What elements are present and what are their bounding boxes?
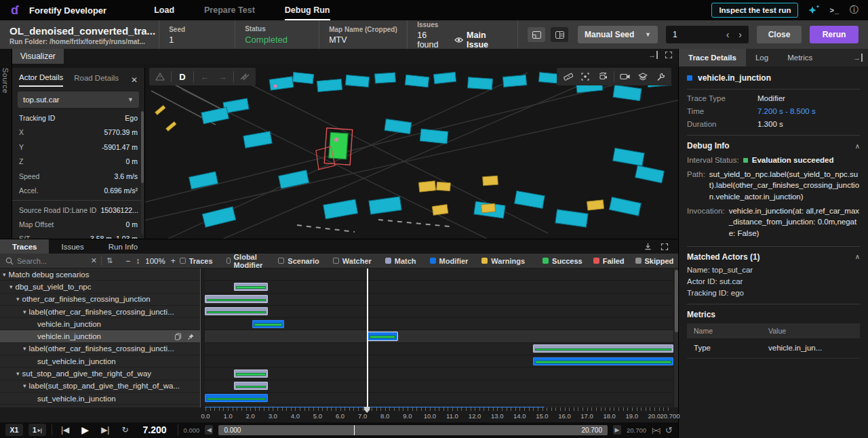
timeline-row[interactable] (205, 318, 673, 330)
actor-selector-dropdown[interactable]: top.sut.car▼ (18, 92, 139, 108)
rerun-button[interactable]: Rerun (810, 26, 859, 43)
nav-prepare-test[interactable]: Prepare Test (204, 0, 255, 20)
filter-scenario[interactable]: Scenario (278, 257, 319, 265)
filter-warnings[interactable]: Warnings (481, 257, 525, 265)
sort-icon[interactable]: ⇅ (101, 256, 117, 265)
trace-tree-row[interactable]: ▾sut_stop_and_give_the_right_of_way (0, 367, 200, 380)
filter-modifier[interactable]: Modifier (430, 257, 469, 265)
timeline-scrollbar[interactable] (673, 268, 678, 407)
tab-actor-details[interactable]: Actor Details (19, 73, 63, 87)
nav-load[interactable]: Load (154, 0, 174, 20)
caret-down-icon[interactable]: ▾ (23, 345, 26, 352)
road-overlay-icon[interactable] (237, 69, 253, 84)
seed-stepper[interactable]: 1 ‹› (666, 26, 749, 43)
settings-wrench-icon[interactable] (652, 69, 669, 84)
collapse-section-icon[interactable]: ∧ (855, 142, 860, 150)
playhead-line[interactable] (367, 268, 368, 412)
checkbox-swatch[interactable] (278, 258, 284, 264)
tab-road-details[interactable]: Road Details (74, 74, 119, 86)
caret-down-icon[interactable]: ▾ (16, 370, 20, 377)
checkbox-swatch[interactable] (226, 258, 231, 264)
tab-run-info[interactable]: Run Info (96, 239, 150, 254)
collapse-panel-icon[interactable]: → (853, 54, 863, 62)
copy-icon[interactable] (174, 333, 182, 340)
tab-traces[interactable]: Traces (0, 239, 49, 254)
timeline-row[interactable] (205, 294, 673, 306)
layout-split-right-icon[interactable] (551, 27, 568, 42)
timeline-row[interactable] (205, 343, 673, 355)
collapse-section-icon[interactable]: ∧ (855, 253, 860, 260)
trace-tree-row[interactable]: ▾label(other_car_finishes_crossing_junct… (0, 306, 200, 318)
checkbox-swatch[interactable] (481, 258, 488, 264)
trace-tree-row[interactable]: ▾label(sut_stop_and_give_the_right_of_wa… (0, 380, 200, 393)
reset-view-icon[interactable]: ↺ (665, 425, 673, 435)
timeline-row[interactable] (205, 380, 673, 393)
close-icon[interactable]: ✕ (131, 75, 138, 85)
close-button[interactable]: Close (757, 26, 802, 43)
checkbox-swatch[interactable] (333, 258, 339, 264)
zoom-in-icon[interactable]: + (171, 256, 176, 266)
caret-down-icon[interactable]: ▾ (9, 283, 13, 290)
trace-tree-row[interactable]: vehicle.in_junction (0, 330, 200, 342)
play-icon[interactable]: ▶ (78, 424, 92, 435)
skip-to-start-icon[interactable]: |◀ (58, 425, 73, 435)
info-icon[interactable]: ⓘ (850, 4, 859, 16)
tab-trace-details[interactable]: Trace Details (679, 49, 746, 66)
checkbox-swatch[interactable] (385, 258, 391, 264)
tab-issues[interactable]: Issues (49, 239, 96, 254)
trace-interval-bar[interactable] (234, 370, 268, 378)
fullscreen-icon[interactable] (665, 51, 673, 59)
caret-down-icon[interactable]: ▾ (23, 308, 26, 315)
trace-time-link[interactable]: 7.200 s - 8.500 s (757, 107, 816, 115)
stepper-prev-icon[interactable]: ‹ (726, 29, 730, 40)
trace-interval-bar[interactable] (205, 394, 268, 402)
filter-match[interactable]: Match (385, 257, 416, 265)
zoom-fit-icon[interactable]: ↕ (136, 256, 140, 266)
clear-search-icon[interactable]: ✕ (91, 256, 97, 265)
tab-visualizer[interactable]: Visualizer (12, 49, 64, 64)
timeline-row[interactable] (205, 367, 673, 380)
warnings-overlay-icon[interactable] (152, 69, 168, 84)
slider-cursor[interactable] (354, 425, 355, 435)
inspect-test-run-button[interactable]: Inspect the test run (711, 3, 798, 18)
timeline-row[interactable] (205, 330, 673, 342)
caret-down-icon[interactable]: ▾ (16, 296, 20, 302)
terminal-icon[interactable]: >_ (829, 6, 840, 14)
main-issue-toggle[interactable]: Main Issue (454, 31, 508, 49)
checkbox-swatch[interactable] (430, 258, 436, 264)
nav-debug-run[interactable]: Debug Run (285, 0, 330, 20)
timeline-row[interactable] (205, 281, 673, 293)
search-input[interactable] (17, 257, 87, 265)
source-sidebar[interactable]: Source (0, 49, 12, 239)
timeline-row[interactable] (205, 268, 673, 281)
filter-traces[interactable]: Traces (180, 257, 213, 265)
step-size-button[interactable]: 1▸| (28, 424, 46, 436)
trace-interval-bar[interactable] (533, 344, 673, 353)
collapse-right-icon[interactable]: → (648, 51, 658, 59)
replay-icon[interactable]: ↻ (119, 425, 132, 435)
trace-tree-row[interactable]: sut_vehicle.in_junction (0, 393, 200, 405)
step-back-icon[interactable]: ← (197, 69, 213, 84)
fit-range-icon[interactable]: |><| (652, 426, 660, 434)
trace-interval-bar[interactable] (368, 332, 397, 340)
pin-icon[interactable] (187, 333, 195, 340)
range-right-arrow[interactable]: ▶ (613, 425, 621, 435)
timeline-row[interactable] (205, 355, 673, 367)
trace-tree-row[interactable]: vehicle.in_junction (0, 318, 200, 330)
trace-interval-bar[interactable] (205, 307, 268, 315)
trace-tree-row[interactable]: ▾dbg_sut_yield_to_npc (0, 281, 200, 293)
trace-interval-bar[interactable] (252, 320, 284, 328)
filter-global-modifier[interactable]: Global Modifier (226, 253, 265, 269)
expand-icon[interactable] (660, 243, 669, 251)
checkbox-swatch[interactable] (180, 258, 186, 264)
range-left-arrow[interactable]: ◀ (205, 425, 213, 435)
ai-sparkles-icon[interactable] (808, 5, 819, 16)
timeline-row[interactable] (205, 393, 673, 405)
stepper-next-icon[interactable]: › (738, 29, 742, 40)
timeline-row[interactable] (205, 306, 673, 318)
playback-speed-button[interactable]: X1 (5, 424, 23, 436)
camera-view-icon[interactable] (617, 69, 633, 84)
download-icon[interactable] (644, 242, 652, 251)
caret-down-icon[interactable]: ▾ (3, 271, 6, 278)
trace-interval-bar[interactable] (234, 382, 268, 390)
